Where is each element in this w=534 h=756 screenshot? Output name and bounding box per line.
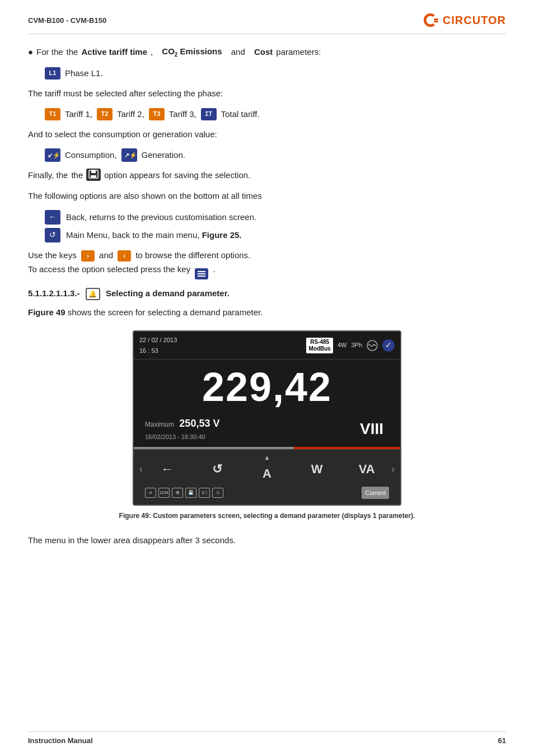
tariff-intro-para: The tariff must be selected after select… <box>28 86 506 101</box>
logo-text: CIRCUTOR <box>443 14 506 27</box>
figure49-intro-para: Figure 49 shows the screen for selecting… <box>28 305 506 320</box>
t3-badge: T3 <box>149 108 165 120</box>
nav-w-item: W <box>292 459 342 479</box>
page-footer: Instruction Manual 61 <box>28 731 506 745</box>
t2-badge: T2 <box>97 108 113 120</box>
phase-text: Phase L1. <box>65 66 103 81</box>
screen-secondary: Maximum 250,53 V 16/02/2013 - 16:30:40 V… <box>134 413 400 447</box>
nav-right-arrow: › <box>392 461 395 477</box>
consumption-icon: ↙⚡ <box>45 148 60 162</box>
save-intro-2: option appears for saving the selection. <box>104 168 250 183</box>
svg-text:↗⚡: ↗⚡ <box>124 151 135 159</box>
nav-back-item: ← <box>142 459 192 479</box>
nav-a-item: ▲ A <box>242 454 292 484</box>
screen-status-right: RS-485 ModBus 4W 3Ph ✓ <box>306 338 395 353</box>
screen-max-date: 16/02/2013 - 16:30:40 <box>145 432 219 442</box>
device-screen-wrapper: 22 / 02 / 2013 16 : 53 RS-485 ModBus 4W … <box>28 330 506 522</box>
screen-main: 229,42 <box>134 360 400 412</box>
home-icon: ↺ <box>45 228 60 242</box>
generation-icon: ↗⚡ <box>121 148 137 162</box>
consumption-gen-row: ↙⚡ Consumption, ↗⚡ Generation. <box>45 148 506 162</box>
content-area: ● For the the Active tariff time , CO2 E… <box>28 44 506 547</box>
bottom-nav: ‹ ← ↺ ▲ A W <box>139 454 395 484</box>
screen-time: 16 : 53 <box>139 346 177 356</box>
svg-rect-1 <box>434 18 438 20</box>
num-icon: 1234 <box>158 488 170 498</box>
screen-bottom-icons: σ 1234 ⊞ 💾 1□ ⚠ Current <box>139 484 395 501</box>
screen-phase: 3Ph <box>351 340 362 351</box>
rs485-badge: RS-485 ModBus <box>306 338 332 353</box>
logo-area: CIRCUTOR <box>421 11 506 29</box>
active-tariff-label: Active tariff time <box>81 45 147 59</box>
screen-topology: 4W <box>338 340 347 351</box>
nav-back-icon: ← <box>142 459 192 479</box>
save-option-para: Finally, the the option appears for savi… <box>28 168 506 183</box>
phase-row: L1 Phase L1. <box>45 66 506 81</box>
save-intro-1: Finally, the <box>28 168 68 183</box>
st-text: Total tariff. <box>221 107 260 122</box>
nav-up-arrow: ▲ <box>264 452 270 463</box>
nav-w-label: W <box>292 459 342 479</box>
st-badge: ΣT <box>201 108 217 120</box>
t1-badge: T1 <box>45 108 60 120</box>
svg-rect-7 <box>91 175 96 178</box>
the-word: the <box>71 168 83 183</box>
back-item: ← Back, returns to the previous customis… <box>45 210 506 225</box>
back-text: Back, returns to the previous customisat… <box>66 210 256 225</box>
t3-text: Tariff 3, <box>169 107 196 122</box>
screen-max-value: 250,53 V <box>179 418 219 429</box>
tariff-intro-text: The tariff must be selected after select… <box>28 88 223 98</box>
menu-disappears-text: The menu in the lower area disappears af… <box>28 535 236 545</box>
svg-text:↙⚡: ↙⚡ <box>48 151 59 159</box>
save-icon <box>86 169 101 181</box>
svg-rect-2 <box>434 21 438 22</box>
grid-icon: ⊞ <box>172 488 183 498</box>
consumption-intro-text: And to select the consumption or generat… <box>28 129 217 139</box>
screen-top-bar: 22 / 02 / 2013 16 : 53 RS-485 ModBus 4W … <box>134 332 400 360</box>
tariff-badges-row: T1 Tariff 1, T2 Tariff 2, T3 Tariff 3, Σ… <box>45 107 506 122</box>
bottom-options-intro-text: The following options are also shown on … <box>28 191 262 200</box>
alarm-bell-icon: 🔔 <box>86 288 100 300</box>
main-menu-text: Main Menu, back to the main menu, Figure… <box>66 228 242 242</box>
sigma-icon: σ <box>145 488 156 498</box>
back-main-menu-section: ← Back, returns to the previous customis… <box>45 210 506 242</box>
t2-text: Tariff 2, <box>117 107 144 122</box>
menu-disappears-para: The menu in the lower area disappears af… <box>28 533 506 548</box>
figure49-caption: Figure 49: Custom parameters screen, sel… <box>119 510 415 521</box>
and-text: and <box>231 45 245 59</box>
nav-home-icon: ↺ <box>192 459 242 479</box>
generation-text: Generation. <box>142 148 185 162</box>
screen-bottom-bar: ‹ ← ↺ ▲ A W <box>134 449 400 505</box>
bottom-options-intro-para: The following options are also shown on … <box>28 189 506 203</box>
svg-rect-6 <box>91 170 96 173</box>
one-param-icon: 1□ <box>199 488 210 498</box>
circutor-logo-icon <box>421 11 439 29</box>
big-number: 229,42 <box>145 365 389 409</box>
nav-a-label: A <box>263 463 271 484</box>
page-header: CVM-B100 - CVM-B150 CIRCUTOR <box>28 11 506 34</box>
menu-key-icon <box>195 268 208 279</box>
device-screen: 22 / 02 / 2013 16 : 53 RS-485 ModBus 4W … <box>133 330 401 506</box>
current-badge: Current <box>362 487 389 500</box>
bullet-for: For the <box>36 45 63 59</box>
screen-max-label: Maximum 250,53 V <box>145 415 219 432</box>
nav-home-item: ↺ <box>192 459 242 479</box>
keys-para: Use the keys › and ‹ to browse the diffe… <box>28 248 506 280</box>
comma1: , <box>151 45 153 59</box>
consumption-text: Consumption, <box>65 148 117 162</box>
co2-label: CO2 Emissions <box>162 44 222 59</box>
footer-left: Instruction Manual <box>28 736 93 745</box>
bullet-dot: ● <box>28 45 33 59</box>
footer-right: 61 <box>498 736 506 745</box>
figure49-text: shows the screen for selecting a demand … <box>68 307 263 317</box>
phase-l1-badge: L1 <box>45 67 60 80</box>
figure49-label: Figure 49 <box>28 307 65 317</box>
section-num: 5.1.1.2.1.1.3.- <box>28 288 80 298</box>
keys-intro-text: Use the keys <box>28 250 77 260</box>
intro-bullet-line: ● For the the Active tariff time , CO2 E… <box>28 44 506 59</box>
screen-datetime: 22 / 02 / 2013 16 : 53 <box>139 335 177 356</box>
keys-access-text: To access the option selected press the … <box>28 264 190 274</box>
keys-browse-text: to browse the different options. <box>135 250 250 260</box>
check-icon: ✓ <box>382 339 395 352</box>
parameters-text: parameters: <box>276 45 321 59</box>
